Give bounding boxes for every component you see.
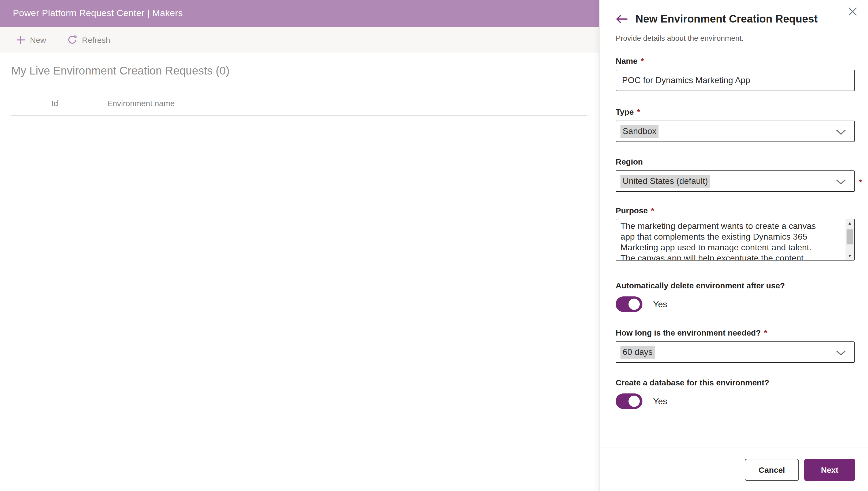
create-db-toggle[interactable] [616,394,642,409]
required-marker: * [764,328,767,337]
new-request-panel: New Environment Creation Request Provide… [599,0,868,491]
arrow-left-icon [616,15,628,24]
purpose-label: Purpose* [616,206,855,215]
page-title: My Live Environment Creation Requests (0… [11,64,599,77]
region-label: Region [616,157,855,166]
purpose-text: The marketing deparment wants to create … [616,219,854,261]
app-header-bar: Power Platform Request Center | Makers [0,0,599,27]
close-icon [848,7,857,16]
required-marker: * [859,177,862,186]
type-selected-value: Sandbox [621,125,659,138]
panel-footer: Cancel Next [600,447,868,491]
duration-label: How long is the environment needed?* [616,328,855,337]
next-button[interactable]: Next [804,459,855,481]
table-header-divider [11,115,587,116]
toggle-knob [628,298,640,310]
scrollbar-thumb[interactable] [846,229,853,244]
panel-subtitle: Provide details about the environment. [616,34,855,42]
chevron-down-icon [836,350,846,356]
back-button[interactable] [616,15,628,24]
scroll-up-button[interactable]: ▲ [845,219,854,227]
create-db-state: Yes [653,396,667,406]
close-button[interactable] [848,7,857,18]
create-db-label: Create a database for this environment? [616,378,855,387]
name-label: Name* [616,56,855,65]
purpose-textarea[interactable]: The marketing deparment wants to create … [616,219,855,261]
plus-icon [16,35,25,44]
required-marker: * [637,107,640,116]
duration-select[interactable]: 60 days [616,342,855,363]
scroll-down-button[interactable]: ▼ [845,252,854,260]
app-window: Power Platform Request Center | Makers N… [0,0,868,491]
new-button-label: New [30,35,46,44]
refresh-button-label: Refresh [82,35,110,44]
name-input[interactable] [616,70,855,91]
purpose-scrollbar[interactable]: ▲ ▼ [845,219,854,260]
cancel-button[interactable]: Cancel [745,459,799,481]
auto-delete-state: Yes [653,299,667,309]
toggle-knob [628,396,640,407]
chevron-down-icon [836,179,846,185]
refresh-icon [67,35,77,45]
app-title: Power Platform Request Center | Makers [13,8,183,19]
refresh-button[interactable]: Refresh [67,35,110,45]
region-selected-value: United States (default) [621,175,710,187]
required-marker: * [641,56,644,65]
new-button[interactable]: New [16,35,46,44]
required-marker: * [651,206,654,215]
column-header-environment-name: Environment name [107,98,175,108]
chevron-down-icon [836,129,846,135]
panel-header: New Environment Creation Request [616,0,855,25]
auto-delete-label: Automatically delete environment after u… [616,281,855,290]
main-content: My Live Environment Creation Requests (0… [0,64,599,116]
region-select[interactable]: United States (default) [616,170,855,192]
table-header-row: Id Environment name [11,98,599,108]
main-region: Power Platform Request Center | Makers N… [0,0,599,491]
column-header-id: Id [52,98,105,108]
command-bar: New Refresh [0,27,599,53]
auto-delete-toggle[interactable] [616,296,642,312]
type-label: Type* [616,107,855,116]
panel-title: New Environment Creation Request [635,13,818,25]
type-select[interactable]: Sandbox [616,121,855,142]
duration-selected-value: 60 days [621,346,655,358]
